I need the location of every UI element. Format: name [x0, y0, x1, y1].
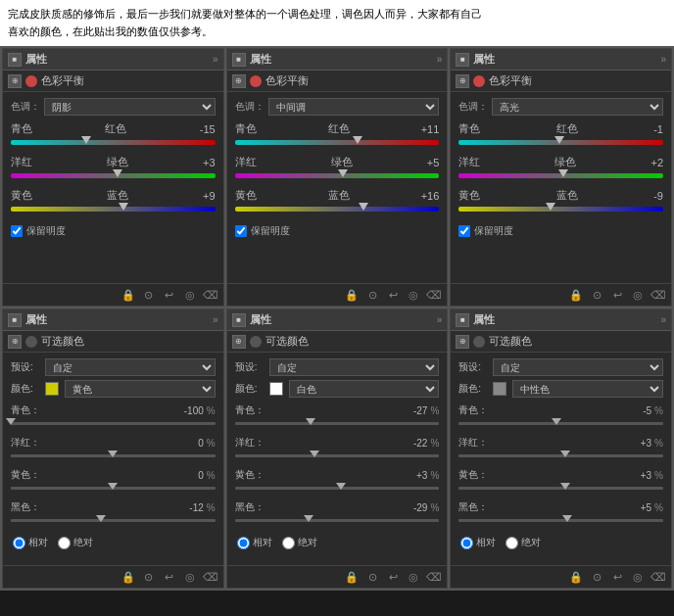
- tone-select[interactable]: 中间调: [268, 98, 440, 116]
- slider-thumb-1[interactable]: [113, 169, 122, 177]
- sc-slider-wrap-2[interactable]: [235, 483, 440, 495]
- sc-thumb-0[interactable]: [6, 418, 16, 425]
- slider-bar-2[interactable]: [11, 204, 216, 215]
- slider-bar-1[interactable]: [458, 170, 663, 182]
- radio-input-相对[interactable]: [460, 537, 473, 549]
- trash-icon[interactable]: ⌫: [650, 569, 666, 585]
- panel-expand-icon[interactable]: »: [437, 314, 443, 325]
- slider-thumb-2[interactable]: [119, 203, 128, 211]
- panel-expand-icon[interactable]: »: [213, 54, 218, 65]
- preserve-checkbox[interactable]: [458, 225, 470, 237]
- sc-slider-wrap-2[interactable]: [458, 483, 663, 495]
- trash-icon[interactable]: ⌫: [203, 569, 218, 585]
- eye-icon[interactable]: ⊙: [364, 287, 380, 303]
- slider-thumb-0[interactable]: [353, 136, 362, 144]
- visibility-icon[interactable]: ◎: [630, 569, 646, 585]
- radio-option-绝对[interactable]: 绝对: [58, 536, 93, 549]
- lock-icon[interactable]: 🔒: [568, 287, 584, 303]
- sc-slider-wrap-1[interactable]: [11, 450, 216, 462]
- slider-thumb-2[interactable]: [359, 203, 368, 211]
- radio-option-相对[interactable]: 相对: [13, 536, 48, 549]
- preset-select[interactable]: 自定: [45, 358, 216, 376]
- slider-thumb-1[interactable]: [558, 169, 568, 177]
- undo-icon[interactable]: ↩: [162, 287, 177, 303]
- slider-bar-0[interactable]: [458, 137, 663, 149]
- sc-slider-wrap-0[interactable]: [235, 418, 440, 430]
- slider-bar-2[interactable]: [235, 204, 440, 215]
- radio-input-绝对[interactable]: [506, 537, 518, 549]
- visibility-icon[interactable]: ◎: [630, 287, 646, 303]
- eye-icon[interactable]: ⊙: [364, 569, 380, 585]
- eye-icon[interactable]: ⊙: [141, 569, 157, 585]
- lock-icon[interactable]: 🔒: [568, 569, 584, 585]
- undo-icon[interactable]: ↩: [162, 569, 177, 585]
- trash-icon[interactable]: ⌫: [650, 287, 666, 303]
- preserve-checkbox[interactable]: [11, 225, 23, 237]
- undo-icon[interactable]: ↩: [609, 569, 625, 585]
- radio-option-绝对[interactable]: 绝对: [506, 536, 541, 549]
- visibility-icon[interactable]: ◎: [182, 569, 198, 585]
- radio-option-相对[interactable]: 相对: [460, 536, 496, 549]
- visibility-icon[interactable]: ◎: [406, 569, 421, 585]
- sc-thumb-1[interactable]: [560, 450, 570, 457]
- sc-thumb-3[interactable]: [96, 515, 106, 522]
- undo-icon[interactable]: ↩: [385, 569, 401, 585]
- sc-slider-wrap-0[interactable]: [458, 418, 663, 430]
- eye-icon[interactable]: ⊙: [141, 287, 157, 303]
- preset-select[interactable]: 自定: [493, 358, 663, 376]
- color-value-select[interactable]: 中性色: [512, 380, 663, 398]
- slider-bar-1[interactable]: [235, 170, 440, 182]
- slider-thumb-2[interactable]: [546, 203, 555, 211]
- lock-icon[interactable]: 🔒: [344, 569, 360, 585]
- panel-expand-icon[interactable]: »: [213, 314, 218, 325]
- sc-thumb-3[interactable]: [562, 515, 572, 522]
- sc-thumb-0[interactable]: [552, 418, 561, 425]
- tone-select[interactable]: 阴影: [44, 98, 216, 116]
- visibility-icon[interactable]: ◎: [406, 287, 421, 303]
- radio-input-绝对[interactable]: [58, 537, 71, 549]
- slider-bar-0[interactable]: [235, 137, 440, 149]
- lock-icon[interactable]: 🔒: [344, 287, 360, 303]
- sc-thumb-1[interactable]: [108, 450, 118, 457]
- panel-expand-icon[interactable]: »: [660, 314, 666, 325]
- radio-option-绝对[interactable]: 绝对: [282, 536, 317, 549]
- radio-input-绝对[interactable]: [282, 537, 295, 549]
- sc-slider-wrap-3[interactable]: [235, 515, 440, 527]
- sc-thumb-3[interactable]: [304, 515, 313, 522]
- tone-select[interactable]: 高光: [492, 98, 663, 116]
- sc-slider-wrap-3[interactable]: [458, 515, 663, 527]
- sc-thumb-0[interactable]: [306, 418, 315, 425]
- sc-thumb-1[interactable]: [310, 450, 319, 457]
- color-value-select[interactable]: 黄色: [65, 380, 216, 398]
- slider-thumb-0[interactable]: [81, 136, 91, 144]
- sc-slider-wrap-0[interactable]: [11, 418, 216, 430]
- sc-slider-wrap-3[interactable]: [11, 515, 216, 527]
- eye-icon[interactable]: ⊙: [589, 287, 604, 303]
- undo-icon[interactable]: ↩: [385, 287, 401, 303]
- sc-slider-wrap-2[interactable]: [11, 483, 216, 495]
- radio-input-相对[interactable]: [237, 537, 250, 549]
- eye-icon[interactable]: ⊙: [589, 569, 604, 585]
- trash-icon[interactable]: ⌫: [426, 569, 442, 585]
- lock-icon[interactable]: 🔒: [120, 569, 136, 585]
- lock-icon[interactable]: 🔒: [120, 287, 136, 303]
- radio-option-相对[interactable]: 相对: [237, 536, 272, 549]
- radio-input-相对[interactable]: [13, 537, 25, 549]
- visibility-icon[interactable]: ◎: [182, 287, 198, 303]
- sc-slider-wrap-1[interactable]: [458, 450, 663, 462]
- sc-thumb-2[interactable]: [336, 483, 346, 490]
- slider-bar-1[interactable]: [11, 170, 216, 182]
- slider-bar-2[interactable]: [458, 204, 663, 215]
- sc-thumb-2[interactable]: [560, 483, 570, 490]
- preset-select[interactable]: 自定: [269, 358, 440, 376]
- trash-icon[interactable]: ⌫: [203, 287, 218, 303]
- slider-thumb-1[interactable]: [338, 169, 348, 177]
- panel-expand-icon[interactable]: »: [660, 54, 666, 65]
- sc-slider-wrap-1[interactable]: [235, 450, 440, 462]
- trash-icon[interactable]: ⌫: [426, 287, 442, 303]
- slider-thumb-0[interactable]: [554, 136, 564, 144]
- sc-thumb-2[interactable]: [108, 483, 118, 490]
- panel-expand-icon[interactable]: »: [437, 54, 443, 65]
- preserve-checkbox[interactable]: [235, 225, 247, 237]
- slider-bar-0[interactable]: [11, 137, 216, 149]
